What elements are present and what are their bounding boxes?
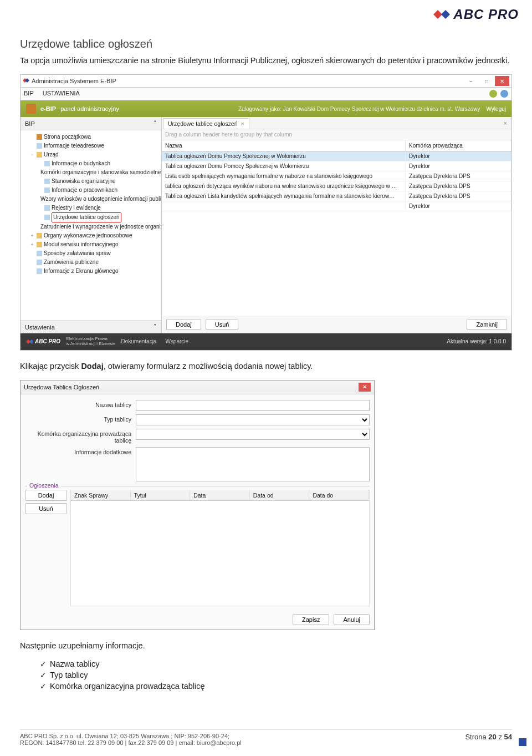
cell-komorka: Dyrektor — [406, 201, 511, 211]
subgrid-col[interactable]: Data od — [250, 490, 310, 500]
tree-node[interactable]: +Organy wykonawcze jednoosobowe — [22, 231, 160, 240]
dodaj-button[interactable]: Dodaj — [166, 319, 201, 330]
expander-icon[interactable]: + — [29, 232, 35, 240]
page-icon — [44, 161, 50, 166]
tree-node-label: Urzędowe tablice ogłoszeń — [52, 212, 121, 222]
dialog-close-button[interactable]: ✕ — [359, 383, 371, 392]
input-nazwa-tablicy[interactable] — [136, 400, 370, 411]
tree-node[interactable]: Informacje o pracownikach — [22, 186, 160, 195]
subgrid-body — [70, 501, 370, 606]
cell-nazwa: tablica ogłoszeń dotycząca wyników nabor… — [162, 181, 406, 191]
grid-toolbar: Dodaj Usuń Zamknij — [162, 316, 511, 333]
tab-close-icon[interactable]: × — [241, 120, 244, 127]
window-minimize-button[interactable]: − — [464, 76, 478, 86]
chevron-up-icon: ˄ — [154, 120, 157, 127]
company-footer-info: ABC PRO Sp. z o.o. ul. Owsiana 12; 03-82… — [20, 733, 242, 746]
svg-marker-1 — [441, 10, 450, 19]
ebip-subtitle: panel administracyjny — [60, 105, 119, 112]
tree-node-label: Zatrudnienie i wynagrodzenie w jednostce… — [40, 222, 161, 231]
nav-tree-panel: BIP ˄ Strona początkowaInformacje telead… — [21, 117, 162, 333]
help-icon[interactable] — [500, 90, 508, 98]
tree-header-label: BIP — [25, 120, 35, 127]
tree-node-label: Rejestry i ewidencje — [52, 204, 101, 212]
sub-usun-button[interactable]: Usuń — [25, 503, 67, 514]
tree-node[interactable]: Komórki organizacyjne i stanowiska samod… — [22, 168, 160, 177]
anuluj-button[interactable]: Anuluj — [334, 614, 370, 625]
page-icon — [37, 268, 42, 274]
select-komorka[interactable] — [136, 429, 370, 440]
table-row[interactable]: tablica ogłoszeń dotycząca wyników nabor… — [162, 181, 511, 191]
window-close-button[interactable]: ✕ — [495, 76, 509, 86]
ebip-brand: e-BIP — [40, 105, 56, 112]
tree-node[interactable]: Sposoby załatwiania spraw — [22, 249, 160, 258]
home-icon — [37, 134, 42, 140]
tree-node[interactable]: Urzędowe tablice ogłoszeń — [22, 212, 160, 222]
zamknij-button[interactable]: Zamknij — [467, 319, 507, 330]
table-row[interactable]: Tablica ogłoszeń Domu Pmocy Społecznej w… — [162, 151, 511, 161]
tree-node-label: Komórki organizacyjne i stanowiska samod… — [40, 168, 161, 177]
cell-komorka: Zastępca Dyrektora DPS — [406, 171, 511, 181]
tree-node-label: Informacje teleadresowe — [44, 141, 104, 150]
window-maximize-button[interactable]: □ — [479, 76, 494, 86]
page-icon — [44, 215, 50, 220]
label-komorka: Komórka organizacyjna prowadząca tablicę — [25, 429, 136, 444]
check-list-item: Typ tablicy — [40, 671, 512, 679]
grid-group-hint[interactable]: Drag a column header here to group by th… — [162, 129, 511, 140]
app-brand-band: e-BIP panel administracyjny Zalogowany j… — [21, 100, 511, 117]
tree-node-label: Urząd — [44, 150, 59, 159]
tree-node-label: Organy wykonawcze jednoosobowe — [44, 231, 132, 240]
sub-dodaj-button[interactable]: Dodaj — [25, 490, 67, 501]
tree-node[interactable]: Informacje z Ekranu głównego — [22, 267, 160, 276]
expander-icon[interactable]: − — [29, 151, 35, 159]
tree-header[interactable]: BIP ˄ — [21, 117, 161, 130]
app-icon — [23, 77, 29, 85]
usun-button[interactable]: Usuń — [206, 319, 239, 330]
table-row[interactable]: Tablica ogłoszen Domu Pomocy Społecznej … — [162, 161, 511, 171]
dialog-title: Urzędowa Tablica Ogłoszeń — [24, 384, 99, 390]
tree-body: Strona początkowaInformacje teleadresowe… — [21, 130, 161, 320]
tree-node-label: Informacje o budynkach — [52, 159, 110, 168]
panel-close-icon[interactable]: × — [499, 120, 511, 126]
page-icon — [37, 260, 42, 265]
tree-node[interactable]: Rejestry i ewidencje — [22, 204, 160, 212]
table-row[interactable]: Lista osób spełniających wymagania forma… — [162, 171, 511, 181]
tree-node[interactable]: Zamówienia publiczne — [22, 258, 160, 267]
after-shot1-text: Klikając przycisk Dodaj, otwieramy formu… — [20, 361, 512, 372]
table-row[interactable]: Tablica ogłoszeń Lista kandydtów spełnia… — [162, 191, 511, 201]
tree-node[interactable]: Wzory wniosków o udostępnienie informacj… — [22, 195, 160, 204]
page-icon — [44, 205, 50, 211]
subgrid-col[interactable]: Data do — [309, 490, 369, 500]
check-list-item: Komórka organizacyjna prowadząca tablicę — [40, 682, 512, 691]
tree-node[interactable]: +Moduł serwisu informacyjnego — [22, 240, 160, 249]
dialog-window: Urzędowa Tablica Ogłoszeń ✕ Nazwa tablic… — [20, 380, 375, 630]
tree-node[interactable]: Strona początkowa — [22, 133, 160, 141]
refresh-icon[interactable] — [489, 90, 497, 98]
tree-node[interactable]: −Urząd — [22, 150, 160, 159]
col-nazwa[interactable]: Nazwa — [162, 140, 406, 151]
tree-node-label: Informacje o pracownikach — [52, 186, 117, 195]
tree-node[interactable]: Informacje teleadresowe — [22, 141, 160, 150]
tree-footer[interactable]: Ustawienia ˅ — [21, 320, 161, 333]
textarea-info-dodatkowe[interactable] — [136, 447, 370, 481]
tree-node[interactable]: Stanowiska organizacyjne — [22, 177, 160, 186]
expander-icon[interactable]: + — [29, 241, 35, 248]
cell-nazwa: Tablica ogłoszeń Lista kandydtów spełnia… — [162, 191, 406, 201]
tree-node[interactable]: Zatrudnienie i wynagrodzenie w jednostce… — [22, 222, 160, 231]
footer-support-link[interactable]: Wsparcie — [165, 338, 188, 344]
subgrid-col[interactable]: Znak Sprawy — [71, 490, 131, 500]
footer-doc-link[interactable]: Dokumentacja — [121, 338, 157, 344]
label-typ: Typ tablicy — [25, 414, 136, 423]
col-komorka[interactable]: Komórka prowadząca — [406, 140, 511, 151]
subgrid-col[interactable]: Tytuł — [131, 490, 191, 500]
menu-ustawienia[interactable]: USTAWIENIA — [43, 90, 80, 98]
table-row[interactable]: Dyrektor — [162, 201, 511, 211]
tree-node[interactable]: Informacje o budynkach — [22, 159, 160, 168]
footer-tagline: Elektronizacja Prawa w Administracji i B… — [66, 337, 115, 347]
tab-urzedowe-tablice[interactable]: Urzędowe tablice ogłoszeń × — [163, 118, 249, 129]
window-titlebar: Administracja Systemem E-BIP − □ ✕ — [21, 75, 511, 88]
select-typ-tablicy[interactable] — [136, 414, 370, 425]
subgrid-col[interactable]: Data — [190, 490, 250, 500]
zapisz-button[interactable]: Zapisz — [293, 614, 329, 625]
logout-link[interactable]: Wyloguj — [487, 106, 506, 112]
menu-bip[interactable]: BIP — [24, 90, 34, 98]
